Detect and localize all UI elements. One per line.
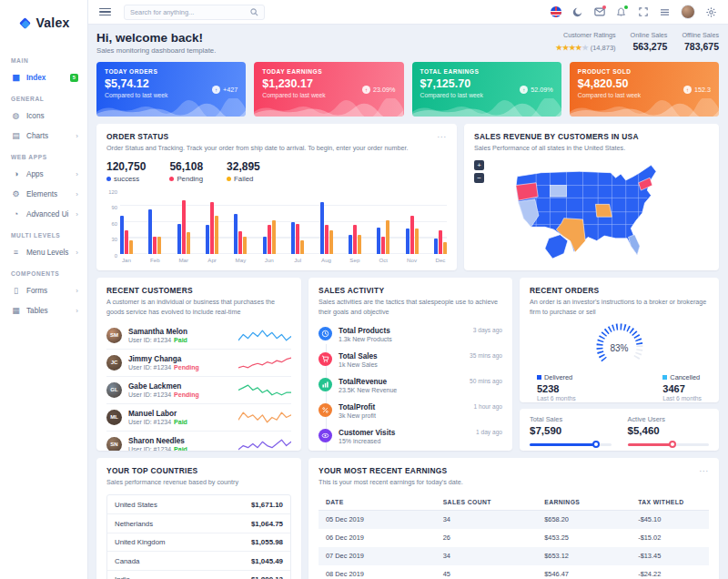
icons-icon: ◍	[11, 111, 21, 120]
card-menu-dots[interactable]: ...	[437, 130, 447, 139]
activity-row[interactable]: Customer Visits15% increased 1 day ago	[318, 424, 502, 450]
language-flag-icon[interactable]	[550, 6, 561, 18]
search-input[interactable]	[130, 8, 250, 16]
sidebar-toggle-icon[interactable]	[99, 8, 111, 16]
star-rating: ★★★★★	[556, 41, 589, 52]
recent-orders-card: RECENT ORDERS An order is an investor's …	[520, 278, 719, 402]
customer-row[interactable]: SN Sharon Needles User ID: #1234Paid	[106, 431, 291, 451]
order-status-bar-chart: 0306090120 JanFebMarAprMayJunJulAugSepOc…	[106, 190, 447, 265]
section-label-general: GENERAL	[0, 87, 87, 106]
card-description: Sales activities are the tactics that sa…	[318, 298, 502, 318]
customer-row[interactable]: SM Samantha Melon User ID: #1234Paid	[106, 322, 291, 349]
grid-menu-icon[interactable]	[659, 6, 671, 18]
card-title: SALES ACTIVITY	[318, 286, 502, 295]
activity-time: 1 day ago	[476, 429, 502, 444]
slider-knob[interactable]	[669, 441, 676, 448]
app-name: Valex	[36, 15, 70, 30]
bar-group	[177, 190, 190, 254]
activity-row[interactable]: TotalProfit3k New profit 1 hour ago	[318, 399, 502, 424]
bar-pending	[210, 202, 214, 254]
country-row: India$1,800.12	[107, 570, 290, 579]
bar-failed	[300, 240, 304, 254]
card-title: YOUR MOST RECENT EARNINGS	[318, 466, 709, 475]
bar-failed	[243, 237, 247, 254]
activity-row[interactable]: Total Sales1k New Sales 35 mins ago	[318, 348, 502, 373]
active-users-slider: Active Users $5,460	[628, 415, 710, 442]
activity-row[interactable]: TotalRevenue23.5K New Revenue 50 mins ag…	[318, 373, 502, 399]
customer-row[interactable]: ML Manuel Labor User ID: #1234Paid	[106, 403, 291, 431]
elements-icon: ⚙	[11, 189, 21, 198]
notifications-bell-icon[interactable]	[615, 6, 627, 18]
bar-group	[263, 190, 276, 254]
activity-time: 35 mins ago	[470, 352, 502, 368]
usa-map[interactable]	[510, 157, 673, 265]
x-axis-labels: JanFebMarAprMayJunJulAugSepOctNovDec	[120, 257, 447, 263]
stat-card-today-earnings: TODAY EARNINGS $1,230.17 Compared to las…	[254, 62, 403, 117]
customer-sparkline	[238, 355, 291, 370]
fullscreen-icon[interactable]	[637, 6, 649, 18]
bar-pending	[439, 230, 442, 254]
status-badge: Paid	[174, 446, 187, 451]
search-box[interactable]	[124, 5, 265, 20]
app-logo[interactable]: Valex	[0, 0, 87, 46]
page-title: Hi, welcome back!	[96, 31, 216, 45]
customer-row[interactable]: GL Gabe Lackmen User ID: #1234Pending	[106, 376, 291, 403]
sidebar-item-menu-levels[interactable]: ≡ Menu Levels ›	[0, 242, 87, 262]
map-zoom-out-button[interactable]: −	[474, 173, 484, 183]
arrow-up-icon: ↑	[212, 86, 220, 94]
sidebar-item-index[interactable]: ▦ Index 5	[0, 67, 87, 87]
sidebar-item-advanced-ui[interactable]: ◔ Advanced Ui ›	[0, 204, 87, 224]
offline-sales-stat: Offline Sales 783,675	[682, 31, 719, 52]
customer-row[interactable]: JC Jimmy Changa User ID: #1234Pending	[106, 349, 291, 376]
country-row: Netherlands$1,064.75	[107, 513, 290, 533]
bar-success	[320, 202, 324, 254]
bar-chart-icon	[318, 378, 332, 391]
activity-time: 1 hour ago	[473, 403, 502, 419]
bar-group	[120, 190, 133, 254]
customer-avatar: JC	[106, 355, 122, 371]
area-sparkline	[570, 98, 719, 117]
section-label-webapps: WEB APPS	[0, 146, 87, 164]
activity-row[interactable]: Customer Reviews1.5k reviews 1 day ago	[318, 450, 502, 451]
notification-dot	[624, 5, 628, 9]
rating-count: (14,873)	[591, 44, 616, 52]
user-avatar[interactable]	[681, 5, 695, 19]
slider-knob[interactable]	[592, 441, 600, 448]
area-sparkline	[96, 98, 246, 117]
earnings-table: DATE SALES COUNT EARNINGS TAX WITHELD 05…	[318, 494, 709, 579]
order-stat-failed: 32,895 Failed	[227, 160, 260, 183]
sidebar-item-tables[interactable]: ▦ Tables ›	[0, 300, 87, 320]
legend-dot	[169, 177, 174, 181]
card-menu-dots[interactable]: ...	[699, 464, 709, 473]
sidebar-item-elements[interactable]: ⚙ Elements ›	[0, 184, 87, 204]
state-alaska	[545, 234, 568, 258]
table-row: 05 Dec 201934$658.20-$45.10	[318, 510, 709, 529]
sidebar-item-apps[interactable]: ◑ Apps ›	[0, 164, 87, 184]
bar-group	[434, 190, 447, 254]
messages-icon[interactable]	[593, 6, 605, 18]
bar-failed	[386, 220, 389, 254]
activity-row[interactable]: Total Products1.3k New Products 3 days a…	[318, 322, 502, 348]
arrow-up-icon: ↑	[520, 86, 528, 94]
map-zoom-in-button[interactable]: +	[474, 160, 484, 170]
bar-failed	[443, 242, 447, 254]
stat-card-product-sold: PRODUCT SOLD $4,820.50 Compared to last …	[570, 62, 719, 117]
table-row: 07 Dec 201934$653.12-$13.45	[318, 547, 709, 565]
total-sales-slider: Total Sales $7,590	[530, 415, 612, 442]
settings-gear-icon[interactable]	[705, 6, 717, 18]
recent-earnings-card: YOUR MOST RECENT EARNINGS ... This is yo…	[308, 458, 719, 579]
star-icon: ★	[582, 44, 589, 52]
bar-group	[320, 190, 333, 254]
search-icon	[250, 8, 258, 16]
dark-mode-icon[interactable]	[571, 6, 583, 18]
sidebar-item-forms[interactable]: ▯ Forms ›	[0, 280, 87, 300]
card-description: Order Status and Tracking. Track your or…	[106, 144, 447, 154]
sidebar-item-icons[interactable]: ◍ Icons	[0, 106, 87, 126]
sidebar-item-charts[interactable]: ▤ Charts ›	[0, 126, 87, 146]
bar-pending	[325, 225, 329, 254]
card-description: Sales performance revenue based by count…	[106, 478, 291, 488]
bar-group	[291, 190, 304, 254]
table-row: 06 Dec 201926$453.25-$15.02	[318, 529, 709, 547]
customer-sparkline	[238, 437, 291, 451]
bar-pending	[268, 225, 271, 254]
